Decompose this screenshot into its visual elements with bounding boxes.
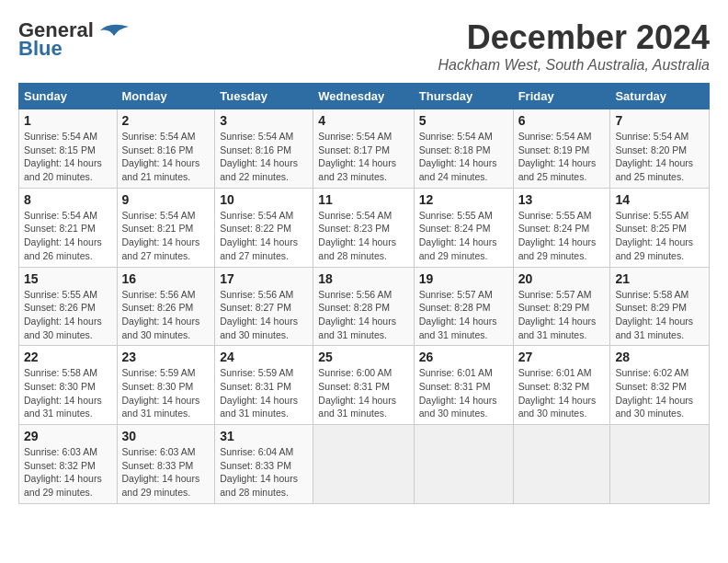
day-detail: Sunrise: 5:56 AM Sunset: 8:28 PM Dayligh… (318, 288, 408, 342)
day-number: 21 (615, 271, 704, 286)
logo-bird-icon (96, 19, 129, 41)
day-detail: Sunrise: 5:54 AM Sunset: 8:17 PM Dayligh… (318, 130, 408, 184)
day-detail: Sunrise: 5:58 AM Sunset: 8:30 PM Dayligh… (24, 366, 112, 420)
logo-text-blue: Blue (18, 37, 63, 61)
day-detail: Sunrise: 5:54 AM Sunset: 8:23 PM Dayligh… (318, 209, 408, 263)
calendar-cell: 22Sunrise: 5:58 AM Sunset: 8:30 PM Dayli… (19, 346, 118, 425)
day-number: 25 (318, 350, 408, 364)
day-detail: Sunrise: 6:01 AM Sunset: 8:31 PM Dayligh… (419, 366, 508, 420)
day-detail: Sunrise: 5:55 AM Sunset: 8:24 PM Dayligh… (518, 209, 606, 263)
day-number: 8 (24, 192, 112, 207)
calendar-cell: 23Sunrise: 5:59 AM Sunset: 8:30 PM Dayli… (117, 346, 215, 425)
day-number: 26 (419, 350, 508, 364)
day-detail: Sunrise: 5:59 AM Sunset: 8:31 PM Dayligh… (220, 366, 308, 420)
column-header-sunday: Sunday (19, 84, 118, 109)
day-detail: Sunrise: 5:56 AM Sunset: 8:26 PM Dayligh… (122, 288, 210, 342)
column-header-wednesday: Wednesday (313, 84, 414, 109)
day-number: 10 (220, 192, 308, 207)
day-detail: Sunrise: 5:54 AM Sunset: 8:20 PM Dayligh… (615, 130, 704, 184)
day-number: 2 (122, 113, 210, 128)
day-number: 24 (220, 350, 308, 364)
day-number: 17 (220, 271, 308, 286)
calendar-cell: 14Sunrise: 5:55 AM Sunset: 8:25 PM Dayli… (610, 188, 710, 267)
calendar-cell: 3Sunrise: 5:54 AM Sunset: 8:16 PM Daylig… (215, 109, 313, 189)
day-number: 11 (318, 192, 408, 207)
day-number: 14 (615, 192, 704, 207)
calendar-cell: 8Sunrise: 5:54 AM Sunset: 8:21 PM Daylig… (19, 188, 118, 267)
day-detail: Sunrise: 5:56 AM Sunset: 8:27 PM Dayligh… (220, 288, 308, 342)
day-number: 18 (318, 271, 408, 286)
day-detail: Sunrise: 5:54 AM Sunset: 8:16 PM Dayligh… (220, 130, 308, 184)
day-detail: Sunrise: 6:01 AM Sunset: 8:32 PM Dayligh… (518, 366, 606, 420)
calendar-week-row: 15Sunrise: 5:55 AM Sunset: 8:26 PM Dayli… (19, 267, 710, 346)
column-header-monday: Monday (117, 84, 215, 109)
calendar-cell: 27Sunrise: 6:01 AM Sunset: 8:32 PM Dayli… (513, 346, 610, 425)
calendar-cell: 11Sunrise: 5:54 AM Sunset: 8:23 PM Dayli… (313, 188, 414, 267)
day-detail: Sunrise: 5:54 AM Sunset: 8:15 PM Dayligh… (24, 130, 112, 184)
calendar-cell: 25Sunrise: 6:00 AM Sunset: 8:31 PM Dayli… (313, 346, 414, 425)
day-number: 13 (518, 192, 606, 207)
day-number: 28 (615, 350, 704, 364)
day-detail: Sunrise: 5:57 AM Sunset: 8:29 PM Dayligh… (518, 288, 606, 342)
calendar-cell: 15Sunrise: 5:55 AM Sunset: 8:26 PM Dayli… (19, 267, 118, 346)
day-detail: Sunrise: 6:03 AM Sunset: 8:33 PM Dayligh… (122, 445, 210, 500)
day-number: 15 (24, 271, 112, 286)
calendar-cell (313, 425, 414, 504)
month-year: December 2024 (438, 18, 710, 57)
calendar-cell: 10Sunrise: 5:54 AM Sunset: 8:22 PM Dayli… (215, 188, 313, 267)
calendar-cell: 19Sunrise: 5:57 AM Sunset: 8:28 PM Dayli… (414, 267, 513, 346)
day-number: 23 (122, 350, 210, 364)
calendar-cell: 4Sunrise: 5:54 AM Sunset: 8:17 PM Daylig… (313, 109, 414, 189)
calendar-cell: 30Sunrise: 6:03 AM Sunset: 8:33 PM Dayli… (117, 425, 215, 504)
day-number: 30 (122, 429, 210, 443)
day-detail: Sunrise: 6:04 AM Sunset: 8:33 PM Dayligh… (220, 445, 308, 500)
day-detail: Sunrise: 5:54 AM Sunset: 8:18 PM Dayligh… (419, 130, 508, 184)
day-number: 27 (518, 350, 606, 364)
day-number: 19 (419, 271, 508, 286)
day-detail: Sunrise: 5:58 AM Sunset: 8:29 PM Dayligh… (615, 288, 704, 342)
day-number: 7 (615, 113, 704, 128)
page-header: General Blue December 2024 Hackham West,… (18, 18, 710, 74)
day-number: 22 (24, 350, 112, 364)
calendar-cell: 13Sunrise: 5:55 AM Sunset: 8:24 PM Dayli… (513, 188, 610, 267)
day-number: 9 (122, 192, 210, 207)
calendar-cell: 2Sunrise: 5:54 AM Sunset: 8:16 PM Daylig… (117, 109, 215, 189)
day-detail: Sunrise: 5:55 AM Sunset: 8:25 PM Dayligh… (615, 209, 704, 263)
calendar-week-row: 1Sunrise: 5:54 AM Sunset: 8:15 PM Daylig… (19, 109, 710, 189)
day-headers-row: SundayMondayTuesdayWednesdayThursdayFrid… (19, 84, 710, 109)
day-detail: Sunrise: 6:00 AM Sunset: 8:31 PM Dayligh… (318, 366, 408, 420)
calendar-cell: 28Sunrise: 6:02 AM Sunset: 8:32 PM Dayli… (610, 346, 710, 425)
day-detail: Sunrise: 5:57 AM Sunset: 8:28 PM Dayligh… (419, 288, 508, 342)
calendar-cell: 17Sunrise: 5:56 AM Sunset: 8:27 PM Dayli… (215, 267, 313, 346)
day-number: 6 (518, 113, 606, 128)
calendar-cell: 26Sunrise: 6:01 AM Sunset: 8:31 PM Dayli… (414, 346, 513, 425)
day-detail: Sunrise: 6:03 AM Sunset: 8:32 PM Dayligh… (24, 445, 112, 500)
day-detail: Sunrise: 6:02 AM Sunset: 8:32 PM Dayligh… (615, 366, 704, 420)
calendar-cell: 9Sunrise: 5:54 AM Sunset: 8:21 PM Daylig… (117, 188, 215, 267)
calendar-cell: 12Sunrise: 5:55 AM Sunset: 8:24 PM Dayli… (414, 188, 513, 267)
calendar-table: SundayMondayTuesdayWednesdayThursdayFrid… (18, 83, 710, 504)
column-header-saturday: Saturday (610, 84, 710, 109)
calendar-cell (610, 425, 710, 504)
calendar-cell: 18Sunrise: 5:56 AM Sunset: 8:28 PM Dayli… (313, 267, 414, 346)
calendar-week-row: 8Sunrise: 5:54 AM Sunset: 8:21 PM Daylig… (19, 188, 710, 267)
day-detail: Sunrise: 5:54 AM Sunset: 8:21 PM Dayligh… (122, 209, 210, 263)
day-number: 29 (24, 429, 112, 443)
title-block: December 2024 Hackham West, South Austra… (438, 18, 710, 74)
day-number: 31 (220, 429, 308, 443)
location: Hackham West, South Australia, Australia (438, 57, 710, 74)
calendar-week-row: 29Sunrise: 6:03 AM Sunset: 8:32 PM Dayli… (19, 425, 710, 504)
day-detail: Sunrise: 5:54 AM Sunset: 8:16 PM Dayligh… (122, 130, 210, 184)
day-detail: Sunrise: 5:54 AM Sunset: 8:21 PM Dayligh… (24, 209, 112, 263)
calendar-cell: 29Sunrise: 6:03 AM Sunset: 8:32 PM Dayli… (19, 425, 118, 504)
day-number: 1 (24, 113, 112, 128)
calendar-cell: 7Sunrise: 5:54 AM Sunset: 8:20 PM Daylig… (610, 109, 710, 189)
column-header-thursday: Thursday (414, 84, 513, 109)
calendar-cell: 31Sunrise: 6:04 AM Sunset: 8:33 PM Dayli… (215, 425, 313, 504)
calendar-week-row: 22Sunrise: 5:58 AM Sunset: 8:30 PM Dayli… (19, 346, 710, 425)
day-number: 20 (518, 271, 606, 286)
day-detail: Sunrise: 5:55 AM Sunset: 8:24 PM Dayligh… (419, 209, 508, 263)
day-number: 3 (220, 113, 308, 128)
day-number: 16 (122, 271, 210, 286)
calendar-cell: 24Sunrise: 5:59 AM Sunset: 8:31 PM Dayli… (215, 346, 313, 425)
